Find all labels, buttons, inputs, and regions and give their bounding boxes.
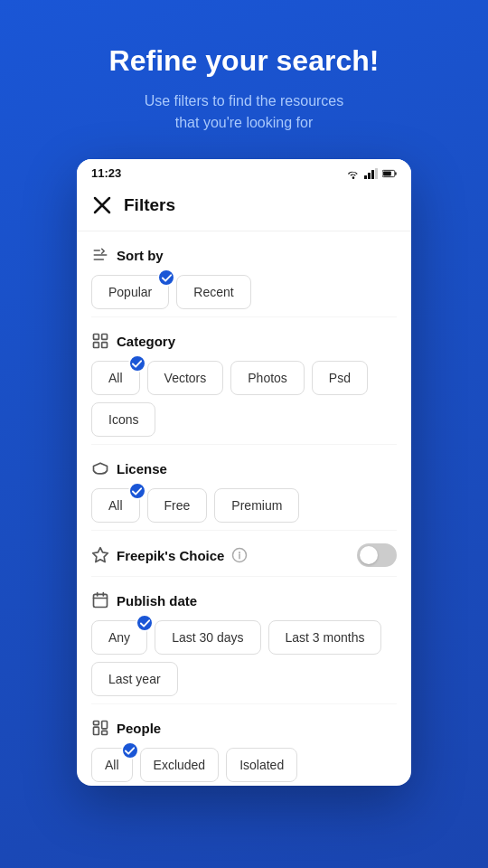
freepik-choice-toggle[interactable] [357,543,397,567]
date-any-check [136,614,154,632]
license-free-button[interactable]: Free [147,488,208,523]
calendar-icon [91,591,109,609]
svg-rect-1 [368,173,371,179]
svg-marker-16 [93,548,108,562]
sort-popular-button[interactable]: Popular [91,275,169,309]
svg-rect-0 [364,175,367,179]
category-all-check [128,354,146,373]
publish-date-buttons: Any Last 30 days Last 3 months Last year [91,620,397,696]
star-icon [91,546,109,564]
sort-by-section: Sort by Popular Recent [91,231,397,317]
status-icons [346,168,397,179]
license-buttons: All Free Premium [91,488,397,523]
category-icon [91,332,109,350]
svg-rect-14 [94,343,99,348]
date-lastyear-button[interactable]: Last year [91,662,178,696]
people-all-button[interactable]: All [91,748,133,782]
category-icons-button[interactable]: Icons [91,402,155,437]
svg-rect-27 [102,731,108,735]
date-last30-button[interactable]: Last 30 days [155,620,260,655]
license-header: License [91,459,397,477]
license-label: License [117,461,167,476]
svg-rect-15 [102,343,108,348]
wifi-icon [346,168,361,179]
sort-icon [91,246,109,264]
svg-rect-25 [94,728,99,735]
svg-rect-3 [375,168,378,179]
filter-content: Sort by Popular Recent [77,231,411,786]
svg-rect-2 [371,170,374,179]
category-vectors-button[interactable]: Vectors [147,361,224,395]
category-section: Category All Vectors Photos [91,317,397,445]
publish-date-section: Publish date Any Last 30 days Last 3 mon… [91,577,397,704]
filter-header: Filters [77,184,411,231]
freepiks-choice-row: Freepik's Choice [91,531,397,577]
date-any-button[interactable]: Any [91,620,147,655]
svg-rect-6 [383,171,391,175]
popular-check [157,269,175,287]
license-section: License All Free Premium [91,445,397,531]
license-all-check [128,482,146,500]
page-header: Refine your search! Use filters to find … [73,0,416,159]
category-buttons: All Vectors Photos Psd Ic [91,361,397,437]
license-premium-button[interactable]: Premium [214,488,299,523]
status-bar: 11:23 [77,159,411,184]
category-header: Category [91,332,397,350]
svg-rect-20 [94,595,108,608]
sort-by-header: Sort by [91,246,397,264]
close-icon[interactable] [91,194,113,216]
category-label: Category [117,334,175,349]
page-title: Refine your search! [109,43,380,78]
publish-date-header: Publish date [91,591,397,609]
page-subtitle: Use filters to find the resourcesthat yo… [109,90,380,134]
people-label: People [117,721,161,736]
phone-frame: 11:23 Filters [77,159,411,786]
freepik-choice-label: Freepik's Choice [117,548,224,563]
sort-by-buttons: Popular Recent [91,275,397,309]
svg-rect-13 [102,335,108,340]
date-last3months-button[interactable]: Last 3 months [268,620,382,655]
sort-recent-button[interactable]: Recent [176,275,250,309]
license-icon [91,459,109,477]
people-isolated-button[interactable]: Isolated [226,748,297,782]
sort-by-label: Sort by [117,248,164,263]
people-section: People All Excluded Isolated [91,704,397,786]
people-header: People [91,719,397,737]
svg-rect-24 [94,722,99,725]
category-all-button[interactable]: All [91,361,140,395]
people-all-check [121,741,139,760]
svg-rect-26 [102,722,108,729]
info-icon[interactable] [231,547,248,563]
people-excluded-button[interactable]: Excluded [140,748,220,782]
people-icon [91,719,109,737]
filters-title: Filters [124,195,175,215]
license-all-button[interactable]: All [91,488,140,523]
people-buttons: All Excluded Isolated [91,748,397,782]
signal-icon [364,168,379,179]
category-photos-button[interactable]: Photos [230,361,305,395]
svg-rect-5 [395,172,396,175]
status-time: 11:23 [91,166,121,180]
publish-date-label: Publish date [117,593,197,609]
svg-rect-12 [94,335,99,340]
freepik-left: Freepik's Choice [91,546,248,564]
battery-icon [382,168,397,179]
category-psd-button[interactable]: Psd [312,361,368,395]
toggle-knob [360,546,378,564]
